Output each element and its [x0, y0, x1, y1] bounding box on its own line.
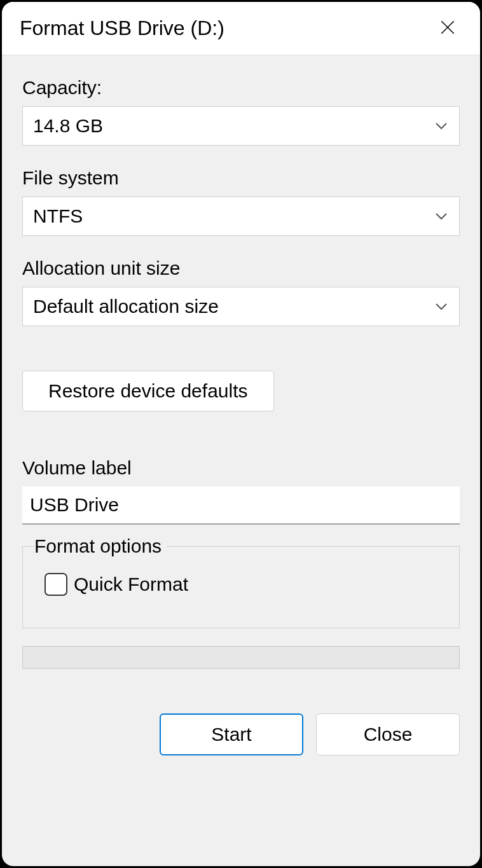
- format-options-legend: Format options: [34, 535, 167, 557]
- close-window-button[interactable]: [433, 14, 462, 43]
- start-button[interactable]: Start: [160, 713, 303, 755]
- volume-label-label: Volume label: [22, 457, 460, 479]
- format-dialog: Format USB Drive (D:) Capacity: 14.8 GB …: [2, 2, 480, 866]
- close-icon: [439, 19, 456, 38]
- capacity-dropdown[interactable]: 14.8 GB: [22, 106, 460, 146]
- close-button[interactable]: Close: [316, 713, 460, 755]
- quick-format-label: Quick Format: [74, 574, 188, 595]
- allocation-value: Default allocation size: [33, 296, 434, 317]
- allocation-dropdown[interactable]: Default allocation size: [22, 287, 460, 326]
- volume-label-input[interactable]: [22, 486, 460, 525]
- dialog-content: Capacity: 14.8 GB File system NTFS Alloc…: [2, 55, 480, 866]
- progress-bar: [22, 646, 460, 669]
- capacity-label: Capacity:: [22, 77, 460, 99]
- file-system-label: File system: [22, 167, 460, 189]
- chevron-down-icon: [434, 299, 449, 314]
- quick-format-row: Quick Format: [34, 573, 448, 596]
- titlebar: Format USB Drive (D:): [2, 2, 480, 55]
- file-system-dropdown[interactable]: NTFS: [22, 196, 460, 236]
- capacity-value: 14.8 GB: [33, 115, 434, 137]
- dialog-button-row: Start Close: [22, 713, 460, 755]
- chevron-down-icon: [434, 209, 449, 224]
- format-options-group: Format options Quick Format: [22, 546, 460, 628]
- quick-format-checkbox[interactable]: [45, 573, 67, 596]
- chevron-down-icon: [434, 118, 449, 134]
- window-title: Format USB Drive (D:): [20, 17, 224, 40]
- restore-defaults-button[interactable]: Restore device defaults: [22, 371, 274, 411]
- file-system-value: NTFS: [33, 205, 434, 227]
- allocation-label: Allocation unit size: [22, 258, 460, 279]
